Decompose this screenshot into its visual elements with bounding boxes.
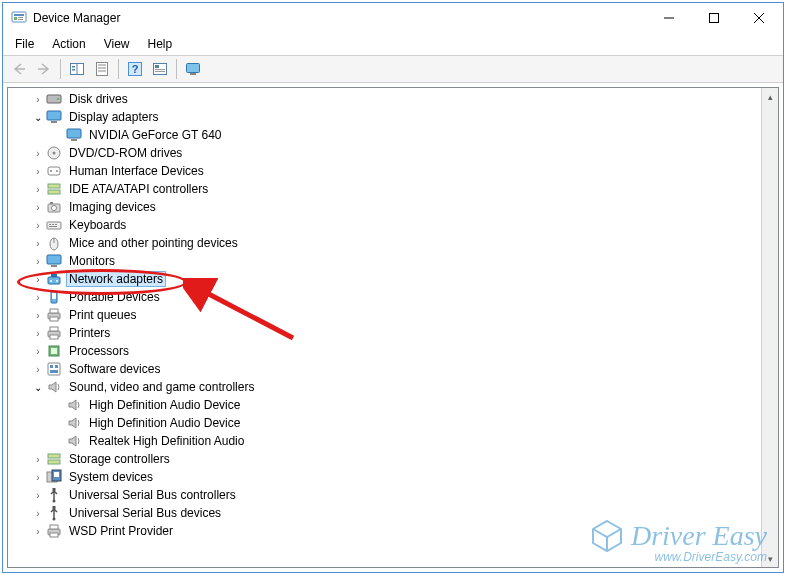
- tree-label[interactable]: Realtek High Definition Audio: [86, 433, 247, 449]
- tree-node-nvidia-gt-640[interactable]: ›NVIDIA GeForce GT 640: [8, 126, 778, 144]
- tree-node-display-adapters[interactable]: ⌄Display adapters: [8, 108, 778, 126]
- svg-rect-66: [55, 365, 58, 368]
- menu-help[interactable]: Help: [140, 35, 181, 53]
- tree-node-mice-pointing[interactable]: ›Mice and other pointing devices: [8, 234, 778, 252]
- scroll-down-icon[interactable]: ▾: [762, 550, 779, 567]
- expand-icon[interactable]: ›: [30, 202, 46, 213]
- tree-node-disk-drives[interactable]: ›Disk drives: [8, 90, 778, 108]
- tree-node-usb-controllers[interactable]: ›Universal Serial Bus controllers: [8, 486, 778, 504]
- expand-icon[interactable]: ›: [30, 310, 46, 321]
- tree-node-dvd-cd-rom-drives[interactable]: ›DVD/CD-ROM drives: [8, 144, 778, 162]
- tree-node-sound-video-game[interactable]: ⌄Sound, video and game controllers: [8, 378, 778, 396]
- expand-icon[interactable]: ›: [30, 292, 46, 303]
- tree-node-wsd-print-provider[interactable]: ›WSD Print Provider: [8, 522, 778, 540]
- menu-file[interactable]: File: [7, 35, 42, 53]
- tree-node-imaging-devices[interactable]: ›Imaging devices: [8, 198, 778, 216]
- mouse-icon: [46, 235, 62, 251]
- tree-label[interactable]: System devices: [66, 469, 156, 485]
- tree-label[interactable]: Software devices: [66, 361, 163, 377]
- toolbar-back-button[interactable]: [7, 58, 31, 80]
- tree-label[interactable]: Keyboards: [66, 217, 129, 233]
- tree-label[interactable]: High Definition Audio Device: [86, 397, 243, 413]
- toolbar-scan-hardware-button[interactable]: [148, 58, 172, 80]
- tree-label[interactable]: Human Interface Devices: [66, 163, 207, 179]
- maximize-button[interactable]: [691, 4, 736, 33]
- svg-point-75: [53, 518, 56, 521]
- tree-label[interactable]: DVD/CD-ROM drives: [66, 145, 185, 161]
- menu-action[interactable]: Action: [44, 35, 93, 53]
- vertical-scrollbar[interactable]: ▴ ▾: [761, 88, 778, 567]
- tree-node-monitors[interactable]: ›Monitors: [8, 252, 778, 270]
- expand-icon[interactable]: ›: [30, 472, 46, 483]
- tree-label[interactable]: High Definition Audio Device: [86, 415, 243, 431]
- expand-icon[interactable]: ›: [30, 454, 46, 465]
- expand-icon[interactable]: ›: [30, 364, 46, 375]
- tree-node-human-interface-devices[interactable]: ›Human Interface Devices: [8, 162, 778, 180]
- tree-node-realtek-audio[interactable]: ›Realtek High Definition Audio: [8, 432, 778, 450]
- tree-label[interactable]: Network adapters: [66, 271, 166, 287]
- tree-node-usb-devices[interactable]: ›Universal Serial Bus devices: [8, 504, 778, 522]
- cpu-icon: [46, 343, 62, 359]
- tree-label[interactable]: Imaging devices: [66, 199, 159, 215]
- close-button[interactable]: [736, 4, 781, 33]
- tree-node-print-queues[interactable]: ›Print queues: [8, 306, 778, 324]
- tree-label[interactable]: Processors: [66, 343, 132, 359]
- tree-label[interactable]: Universal Serial Bus controllers: [66, 487, 239, 503]
- collapse-icon[interactable]: ⌄: [30, 112, 46, 123]
- tree-label[interactable]: Universal Serial Bus devices: [66, 505, 224, 521]
- toolbar-forward-button[interactable]: [32, 58, 56, 80]
- toolbar-monitor-button[interactable]: [181, 58, 205, 80]
- tree-label[interactable]: Monitors: [66, 253, 118, 269]
- expand-icon[interactable]: ›: [30, 220, 46, 231]
- svg-rect-64: [48, 363, 60, 375]
- tree-node-ide-ata-atapi-controllers[interactable]: ›IDE ATA/ATAPI controllers: [8, 180, 778, 198]
- expand-icon[interactable]: ›: [30, 526, 46, 537]
- tree-node-processors[interactable]: ›Processors: [8, 342, 778, 360]
- toolbar-help-button[interactable]: ?: [123, 58, 147, 80]
- svg-rect-24: [190, 73, 196, 75]
- tree-label[interactable]: IDE ATA/ATAPI controllers: [66, 181, 211, 197]
- expand-icon[interactable]: ›: [30, 256, 46, 267]
- device-tree-panel: ›Disk drives⌄Display adapters›NVIDIA GeF…: [7, 87, 779, 568]
- tree-label[interactable]: Printers: [66, 325, 113, 341]
- printer-icon: [46, 307, 62, 323]
- toolbar-properties-button[interactable]: [90, 58, 114, 80]
- toolbar-show-hidden-button[interactable]: [65, 58, 89, 80]
- tree-label[interactable]: WSD Print Provider: [66, 523, 176, 539]
- expand-icon[interactable]: ›: [30, 508, 46, 519]
- expand-icon[interactable]: ›: [30, 166, 46, 177]
- svg-rect-63: [51, 348, 57, 354]
- expand-icon[interactable]: ›: [30, 184, 46, 195]
- collapse-icon[interactable]: ⌄: [30, 382, 46, 393]
- expand-icon[interactable]: ›: [30, 238, 46, 249]
- expand-icon[interactable]: ›: [30, 328, 46, 339]
- tree-node-storage-controllers[interactable]: ›Storage controllers: [8, 450, 778, 468]
- tree-label[interactable]: Mice and other pointing devices: [66, 235, 241, 251]
- tree-node-portable-devices[interactable]: ›Portable Devices: [8, 288, 778, 306]
- tree-node-hd-audio-2[interactable]: ›High Definition Audio Device: [8, 414, 778, 432]
- scroll-up-icon[interactable]: ▴: [762, 88, 778, 105]
- svg-rect-29: [67, 129, 81, 138]
- expand-icon[interactable]: ›: [30, 346, 46, 357]
- expand-icon[interactable]: ›: [30, 490, 46, 501]
- expand-icon[interactable]: ›: [30, 274, 46, 285]
- tree-node-keyboards[interactable]: ›Keyboards: [8, 216, 778, 234]
- monitor-icon: [46, 109, 62, 125]
- tree-label[interactable]: Disk drives: [66, 91, 131, 107]
- device-tree[interactable]: ›Disk drives⌄Display adapters›NVIDIA GeF…: [8, 90, 778, 540]
- tree-node-system-devices[interactable]: ›System devices: [8, 468, 778, 486]
- expand-icon[interactable]: ›: [30, 94, 46, 105]
- minimize-button[interactable]: [646, 4, 691, 33]
- tree-label[interactable]: Sound, video and game controllers: [66, 379, 257, 395]
- tree-node-network-adapters[interactable]: ›Network adapters: [8, 270, 778, 288]
- tree-label[interactable]: Portable Devices: [66, 289, 163, 305]
- tree-label[interactable]: Storage controllers: [66, 451, 173, 467]
- tree-node-printers[interactable]: ›Printers: [8, 324, 778, 342]
- menu-view[interactable]: View: [96, 35, 138, 53]
- tree-node-software-devices[interactable]: ›Software devices: [8, 360, 778, 378]
- expand-icon[interactable]: ›: [30, 148, 46, 159]
- tree-node-hd-audio-1[interactable]: ›High Definition Audio Device: [8, 396, 778, 414]
- tree-label[interactable]: Display adapters: [66, 109, 161, 125]
- tree-label[interactable]: NVIDIA GeForce GT 640: [86, 127, 225, 143]
- tree-label[interactable]: Print queues: [66, 307, 139, 323]
